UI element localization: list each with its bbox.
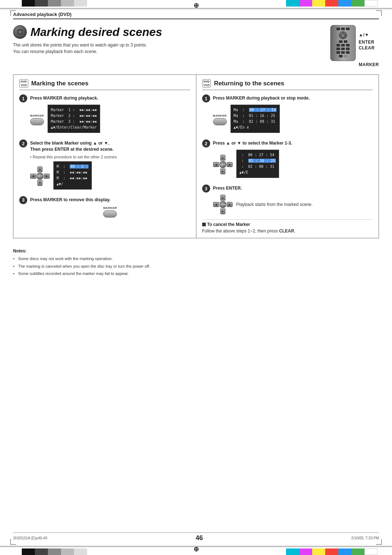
dpad2-center: SET bbox=[219, 161, 226, 168]
left-step1-text: Press MARKER during playback. bbox=[30, 94, 98, 101]
note-item-1: Some discs may not work with the marking… bbox=[13, 256, 379, 262]
marker-label-3: MARKER bbox=[103, 206, 117, 210]
top-border-line bbox=[0, 8, 392, 9]
right-section-title: Returning to the scenes bbox=[214, 80, 284, 87]
right-step3-body: ▲ ▼ ◀ ▶ ENTER Playback starts from the m… bbox=[213, 195, 373, 214]
marker-btn-1: MARKER bbox=[30, 114, 44, 125]
dpad-center: SET bbox=[36, 173, 44, 180]
page-footer: 2H20101A (E)p46-49 46 2/10/05, 7:33 PM bbox=[13, 532, 379, 542]
marker-btn-shape-3 bbox=[103, 210, 117, 218]
header-title: Advanced playback (DVD) bbox=[13, 12, 72, 17]
marker-btn-r1: MARKER bbox=[213, 114, 227, 125]
heading-text-block: Marking desired scenes The unit stores t… bbox=[13, 25, 299, 55]
color-blocks-right bbox=[286, 0, 377, 7]
right-step3-header: 3 Press ENTER. bbox=[202, 185, 373, 193]
subtitle-line1: The unit stores the points that you want… bbox=[13, 42, 299, 48]
left-step3-header: 3 Press MARKER to remove this display. bbox=[19, 196, 190, 204]
left-step-2: 2 Select the blank Marker using ▲ or ▼. … bbox=[19, 139, 190, 191]
dpad-2: ▲ ▼ ◀ ▶ SET bbox=[213, 155, 233, 174]
footer-code: 2H20101A (E)p46-49 bbox=[13, 536, 47, 540]
remote-enter-label: ENTER bbox=[359, 40, 379, 45]
marker-btn-3: MARKER bbox=[30, 206, 190, 218]
left-step2-illus: ▲ ▼ ◀ ▶ SET M : 00 : 2 : M : ✱✱:✱✱:✱✱ M … bbox=[30, 161, 190, 191]
remote-body: ▲ bbox=[330, 25, 356, 61]
bottom-color-blocks-left bbox=[22, 548, 87, 555]
remote-labels-right: ▲/▼ ENTER CLEAR MARKER bbox=[359, 25, 379, 67]
left-dvd-badge: DVD VCD bbox=[19, 79, 28, 88]
page-header: Advanced playback (DVD) bbox=[13, 12, 379, 19]
left-section-header: DVD VCD Marking the scenes bbox=[19, 79, 190, 90]
left-step2-num: 2 bbox=[19, 139, 27, 147]
note-item-3: Some subtitles recorded around the marke… bbox=[13, 271, 379, 277]
right-step1-screen: Ma : 00 : 27 : 54 Ma : 01 : 16 : 25 Ma :… bbox=[230, 105, 280, 133]
svg-point-3 bbox=[19, 31, 21, 33]
subtitle-line2: You can resume playback from each scene. bbox=[13, 48, 299, 55]
notes-title: Notes: bbox=[13, 248, 379, 254]
right-step2-body: ▲ ▼ ◀ ▶ SET : 00 : 27 : 54 : 01 : 16 : 2… bbox=[213, 150, 373, 179]
right-step1-text: Press MARKER during playback or stop mod… bbox=[213, 94, 310, 101]
left-step3-body: MARKER bbox=[30, 206, 190, 218]
page-content: Advanced playback (DVD) Marking desired … bbox=[13, 12, 379, 543]
right-section: DVD VCD Returning to the scenes 1 Press … bbox=[196, 75, 379, 238]
left-section-title: Marking the scenes bbox=[31, 80, 89, 87]
marker-btn-shape-1 bbox=[30, 118, 44, 125]
dpad2-up: ▲ bbox=[220, 155, 225, 161]
left-step1-header: 1 Press MARKER during playback. bbox=[19, 94, 190, 102]
svg-text:▲: ▲ bbox=[342, 35, 344, 37]
left-section: DVD VCD Marking the scenes 1 Press MARKE… bbox=[13, 75, 196, 238]
cancel-marker-title: To cancel the Marker bbox=[202, 222, 373, 227]
remote-arrow-label: ▲/▼ bbox=[359, 32, 379, 37]
marker-label-1: MARKER bbox=[30, 114, 44, 117]
dpad2-down: ▼ bbox=[220, 169, 225, 174]
color-blocks-left bbox=[22, 0, 87, 7]
right-step2-header: 2 Press ▲ or ▼ to select the Marker 1-3. bbox=[202, 139, 373, 147]
right-step2-num: 2 bbox=[202, 139, 210, 147]
footer-page-number: 46 bbox=[196, 534, 203, 542]
dpad2-left: ◀ bbox=[213, 162, 219, 167]
right-step3-note: Playback starts from the marked scene. bbox=[236, 202, 313, 207]
remote-illustration: ▲ bbox=[306, 25, 379, 67]
main-heading-area: Marking desired scenes The unit stores t… bbox=[13, 25, 379, 67]
left-step2-text1: Select the blank Marker using ▲ or ▼. bbox=[30, 141, 109, 146]
square-bullet bbox=[202, 223, 206, 226]
right-section-header: DVD VCD Returning to the scenes bbox=[202, 79, 373, 90]
cancel-marker-text: Follow the above steps 1~2, then press C… bbox=[202, 228, 373, 234]
left-step1-illus: MARKER Marker 1 : ✱✱:✱✱:✱✱ Marker 2 : ✱✱… bbox=[30, 105, 190, 134]
left-step-3: 3 Press MARKER to remove this display. M… bbox=[19, 196, 190, 218]
left-step-1: 1 Press MARKER during playback. MARKER M… bbox=[19, 94, 190, 134]
right-dvd-badge: DVD VCD bbox=[202, 79, 211, 88]
left-step2-note: • Repeat this procedure to set the other… bbox=[30, 155, 190, 159]
right-step1-header: 1 Press MARKER during playback or stop m… bbox=[202, 94, 373, 102]
left-step1-num: 1 bbox=[19, 94, 27, 102]
left-step3-text: Press MARKER to remove this display. bbox=[30, 196, 110, 203]
dpad3-center: ENTER bbox=[219, 201, 226, 208]
right-step-2: 2 Press ▲ or ▼ to select the Marker 1-3.… bbox=[202, 139, 373, 179]
left-step2-body: • Repeat this procedure to set the other… bbox=[30, 155, 190, 191]
right-step2-text: Press ▲ or ▼ to select the Marker 1-3. bbox=[213, 139, 293, 146]
dpad3-left: ◀ bbox=[213, 202, 219, 207]
right-step3-text: Press ENTER. bbox=[213, 185, 242, 191]
right-step-3: 3 Press ENTER. ▲ ▼ ◀ ▶ ENTER Playback bbox=[202, 185, 373, 214]
title-icon bbox=[13, 25, 27, 39]
dpad-3: ▲ ▼ ◀ ▶ ENTER bbox=[213, 195, 233, 214]
main-title-text: Marking desired scenes bbox=[30, 25, 162, 39]
left-step2-text2: Then press ENTER at the desired scene. bbox=[30, 147, 114, 152]
dpad-down: ▼ bbox=[37, 180, 42, 186]
right-step3-illus: ▲ ▼ ◀ ▶ ENTER Playback starts from the m… bbox=[213, 195, 373, 214]
dpad-left: ◀ bbox=[30, 174, 36, 179]
remote-composite: ▲ bbox=[330, 25, 379, 67]
note-item-2: The marking is canceled when you open th… bbox=[13, 263, 379, 270]
right-step1-body: MARKER Ma : 00 : 27 : 54 Ma : 01 : 16 : … bbox=[213, 105, 373, 134]
dpad-right: ▶ bbox=[44, 174, 50, 179]
bottom-color-blocks-right bbox=[286, 548, 377, 555]
right-step1-num: 1 bbox=[202, 94, 210, 102]
remote-clear-label: CLEAR bbox=[359, 45, 379, 50]
two-col-section: DVD VCD Marking the scenes 1 Press MARKE… bbox=[13, 74, 379, 238]
cancel-marker-section: To cancel the Marker Follow the above st… bbox=[202, 219, 373, 234]
left-step2-text: Select the blank Marker using ▲ or ▼. Th… bbox=[30, 139, 114, 153]
left-step2-header: 2 Select the blank Marker using ▲ or ▼. … bbox=[19, 139, 190, 153]
right-step2-screen: : 00 : 27 : 54 : 01 : 16 : 25 : 02 : 08 … bbox=[236, 150, 279, 178]
remote-marker-label: MARKER bbox=[359, 62, 379, 67]
dpad3-right: ▶ bbox=[227, 202, 233, 207]
right-step1-illus: MARKER Ma : 00 : 27 : 54 Ma : 01 : 16 : … bbox=[213, 105, 373, 134]
